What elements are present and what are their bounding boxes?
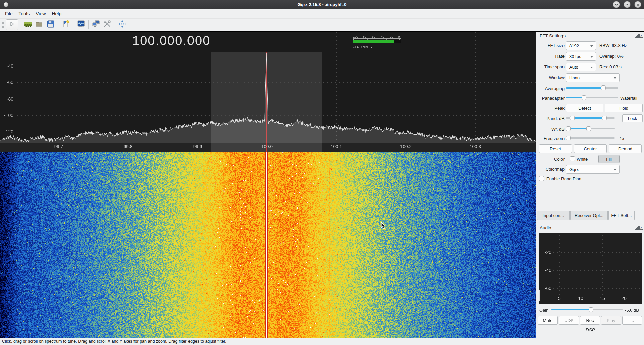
wf-db-high-handle[interactable] <box>586 126 591 131</box>
tab-fft-settings[interactable]: FFT Sett... <box>608 211 635 220</box>
freq-axis-label[interactable]: 99.8 <box>124 144 132 149</box>
db-axis-label[interactable]: -40 <box>1 63 13 69</box>
fft-size-combo[interactable]: 8192 <box>566 41 596 50</box>
udp-button[interactable]: UDP <box>559 316 579 325</box>
toolbar-separator <box>20 20 20 29</box>
menu-tools[interactable]: Tools <box>16 10 33 18</box>
dsp-options-button[interactable] <box>75 20 86 30</box>
peak-detect-button[interactable]: Detect <box>566 104 603 112</box>
rate-value: 30 fps <box>569 54 581 59</box>
demod-button[interactable]: Demod <box>609 144 642 153</box>
start-dsp-button[interactable] <box>6 19 18 30</box>
averaging-slider[interactable] <box>566 85 618 91</box>
audio-options-button[interactable]: ... <box>622 316 642 325</box>
freq-axis-label[interactable]: 99.7 <box>54 144 63 149</box>
center-button[interactable]: Center <box>574 144 607 153</box>
audio-spectrum-plot[interactable]: -20 -40 -60 5 10 15 20 <box>539 233 642 304</box>
color-label: Color <box>536 157 565 162</box>
window-value: Hann <box>569 75 580 80</box>
menu-help[interactable]: Help <box>49 10 64 18</box>
panadapter-slider-handle[interactable] <box>582 95 586 100</box>
save-icon <box>46 20 55 30</box>
audio-db-label: -60 <box>541 286 551 291</box>
save-file-button[interactable] <box>45 20 56 30</box>
spectrum-plot[interactable]: 100.000.000 -100 -80 -60 -40 -20 0 -14.9… <box>0 32 536 152</box>
meter-ticks <box>353 38 401 40</box>
window-combo[interactable]: Hann <box>566 73 620 82</box>
meter-baseline <box>353 44 401 44</box>
meter-bar <box>353 40 401 43</box>
audio-spectrum-canvas[interactable] <box>539 233 642 304</box>
meter-level <box>353 40 394 43</box>
toolbar-grip[interactable] <box>2 20 4 29</box>
open-file-button[interactable] <box>34 20 45 30</box>
rate-combo[interactable]: 30 fps <box>566 52 596 61</box>
minimize-button[interactable] <box>613 1 620 8</box>
toolbar <box>0 19 644 31</box>
meter-tick-label: -20 <box>389 35 393 38</box>
freq-axis-label[interactable]: 99.9 <box>193 144 202 149</box>
meter-reading: -14.9 dBFS <box>353 45 401 49</box>
white-checkbox[interactable] <box>570 156 575 161</box>
audio-gain-handle[interactable] <box>589 307 593 312</box>
bookmarks-button[interactable] <box>60 20 71 30</box>
colormap-combo[interactable]: Gqrx <box>566 165 620 174</box>
db-axis-label[interactable]: -100 <box>1 113 13 118</box>
averaging-slider-handle[interactable] <box>601 85 606 90</box>
rec-button[interactable]: Rec <box>580 316 600 325</box>
freq-axis-label[interactable]: 100.0 <box>261 144 273 149</box>
window-label: Window <box>536 75 565 80</box>
freq-axis-label[interactable]: 100.1 <box>331 144 342 149</box>
menu-view[interactable]: View <box>33 10 49 18</box>
mute-button[interactable]: Mute <box>538 316 558 325</box>
float-dock-icon[interactable] <box>635 34 639 38</box>
iq-tools-button[interactable] <box>22 20 33 30</box>
meter-tick-label: 0 <box>398 35 400 38</box>
dock-splitter-handle[interactable] <box>583 222 593 223</box>
full-screen-button[interactable] <box>117 20 128 30</box>
menu-file[interactable]: File <box>2 10 16 18</box>
colormap-value: Gqrx <box>569 167 579 172</box>
window-title: Gqrx 2.15.8 - airspyhf=0 <box>0 0 644 9</box>
play-button[interactable]: Play <box>601 316 621 325</box>
gain-value: -6.0 dB <box>625 308 639 313</box>
spectrum-canvas[interactable] <box>0 32 536 152</box>
panadapter-label: Panadapter <box>536 96 565 101</box>
audio-gain-slider[interactable] <box>551 307 623 313</box>
freq-axis-label[interactable]: 100.3 <box>470 144 481 149</box>
pand-db-high-handle[interactable] <box>602 116 607 120</box>
tab-input-controls[interactable]: Input con... <box>537 211 570 220</box>
freq-zoom-label: Freq zoom <box>536 136 565 141</box>
fft-size-value: 8192 <box>569 43 579 48</box>
waterfall-display[interactable] <box>0 152 536 338</box>
settings-button[interactable] <box>102 20 113 30</box>
freq-axis-label[interactable]: 100.2 <box>400 144 412 149</box>
remote-control-icon <box>92 20 100 30</box>
db-axis-label[interactable]: -120 <box>1 129 13 134</box>
fill-toggle-button[interactable]: Fill <box>598 155 620 163</box>
freq-zoom-handle[interactable] <box>566 136 571 140</box>
wf-db-low-handle[interactable] <box>566 126 571 131</box>
close-dock-icon[interactable] <box>639 34 643 38</box>
float-dock-icon[interactable] <box>635 226 639 230</box>
pand-db-low-handle[interactable] <box>570 116 575 120</box>
pand-lock-button[interactable]: Lock <box>622 114 643 122</box>
tab-receiver-options[interactable]: Receiver Opt... <box>570 211 608 220</box>
reset-button[interactable]: Reset <box>539 144 572 153</box>
close-button[interactable] <box>634 1 641 8</box>
db-axis-label[interactable]: -60 <box>1 80 13 85</box>
db-axis-label[interactable]: -80 <box>1 96 13 102</box>
maximize-button[interactable] <box>624 1 631 8</box>
pand-db-range-slider[interactable] <box>566 115 615 121</box>
time-span-value: Auto <box>569 65 578 70</box>
close-dock-icon[interactable] <box>639 226 643 230</box>
time-span-combo[interactable]: Auto <box>566 63 596 71</box>
peak-hold-button[interactable]: Hold <box>605 104 643 112</box>
band-plan-checkbox[interactable] <box>539 176 544 181</box>
freq-zoom-slider[interactable] <box>566 135 615 141</box>
wf-db-range-slider[interactable] <box>566 126 615 132</box>
frequency-display[interactable]: 100.000.000 <box>132 34 210 48</box>
remote-control-button[interactable] <box>91 20 101 30</box>
panadapter-split-slider[interactable] <box>566 95 618 101</box>
close-icon <box>636 3 640 7</box>
